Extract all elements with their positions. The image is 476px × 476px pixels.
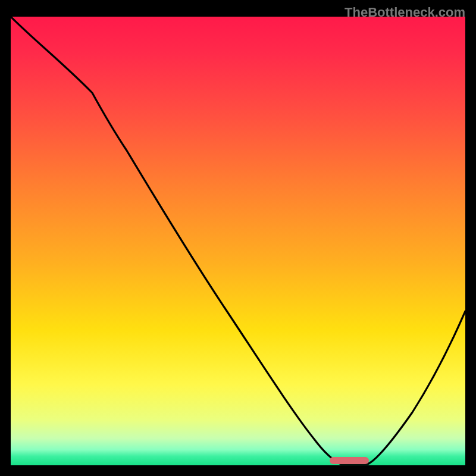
- bottleneck-curve: [11, 17, 465, 465]
- watermark-text: TheBottleneck.com: [345, 5, 465, 20]
- curve-path: [11, 17, 465, 464]
- optimal-range-marker: [330, 457, 369, 464]
- chart-plot-area: [11, 17, 465, 465]
